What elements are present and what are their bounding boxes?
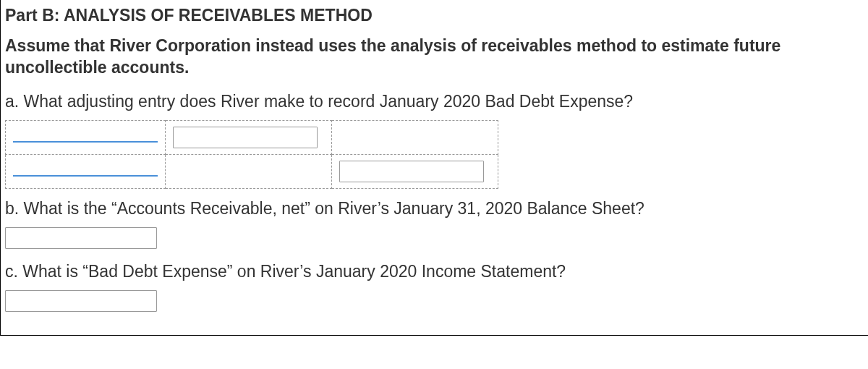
credit-account-cell [6, 154, 166, 188]
debit-account-link[interactable] [13, 130, 158, 143]
credit-account-link[interactable] [13, 164, 158, 177]
debit-amount-cell [166, 120, 332, 154]
table-row [6, 120, 498, 154]
credit-amount-input[interactable] [339, 161, 484, 182]
question-a-text: a. What adjusting entry does River make … [5, 92, 861, 111]
question-b-input-row [5, 227, 861, 249]
question-c-input-row [5, 290, 861, 312]
table-row [6, 154, 498, 188]
question-container: Part B: ANALYSIS OF RECEIVABLES METHOD A… [0, 0, 868, 336]
instruction-text: Assume that River Corporation instead us… [5, 35, 861, 79]
empty-cell [166, 154, 332, 188]
credit-amount-cell [332, 154, 498, 188]
ar-net-input[interactable] [5, 227, 157, 249]
question-b-text: b. What is the “Accounts Receivable, net… [5, 199, 861, 219]
bad-debt-expense-input[interactable] [5, 290, 157, 312]
debit-account-cell [6, 120, 166, 154]
debit-amount-input[interactable] [173, 127, 318, 148]
journal-entry-table [5, 120, 498, 189]
empty-cell [332, 120, 498, 154]
question-c-text: c. What is “Bad Debt Expense” on River’s… [5, 262, 861, 281]
part-heading: Part B: ANALYSIS OF RECEIVABLES METHOD [5, 6, 861, 25]
